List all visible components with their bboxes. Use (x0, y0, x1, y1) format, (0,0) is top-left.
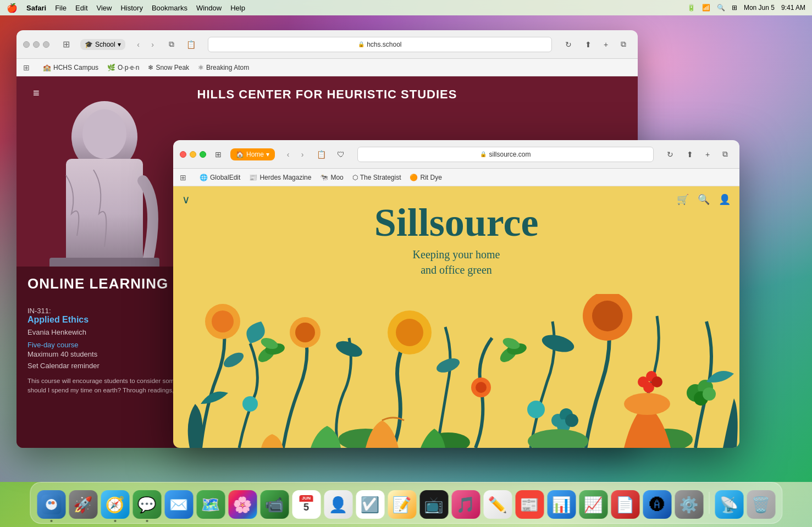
bookmark-moo[interactable]: 🐄 Moo (320, 174, 343, 181)
dock-trash[interactable]: 🗑️ (747, 490, 775, 519)
sillsource-chevron-icon[interactable]: ∨ (182, 193, 190, 206)
dock-maps[interactable]: 🗺️ (196, 490, 225, 519)
bookmark-icon-breaking-atom: ⚛ (198, 64, 204, 71)
minimize-button-sillsource[interactable] (190, 151, 196, 158)
dock-facetime[interactable]: 📹 (260, 490, 289, 519)
reader-icon-sillsource[interactable]: 📋 (313, 147, 329, 162)
address-bar-sillsource[interactable]: 🔒 sillsource.com (357, 147, 654, 162)
dock-pages[interactable]: 📄 (611, 490, 639, 519)
bookmark-herdes[interactable]: 📰 Herdes Magazine (249, 174, 311, 181)
apple-menu[interactable]: 🍎 (7, 3, 18, 13)
dock-airdrop[interactable]: 📡 (715, 490, 743, 519)
svg-point-41 (242, 396, 258, 412)
menu-history[interactable]: History (120, 4, 142, 12)
dock-news[interactable]: 📰 (515, 490, 544, 519)
dock-launchpad[interactable]: 🚀 (69, 490, 97, 519)
menu-edit[interactable]: Edit (75, 4, 87, 12)
dock-photos[interactable]: 🌸 (228, 490, 257, 519)
bookmark-ritdye[interactable]: 🟠 Rit Dye (410, 174, 441, 181)
svg-point-44 (46, 499, 57, 510)
menubar-right: 🔋 📶 🔍 ⊞ Mon Jun 5 9:41 AM (687, 4, 805, 12)
dock-system-settings[interactable]: ⚙️ (675, 490, 703, 519)
svg-point-29 (565, 414, 578, 427)
share-button-sillsource[interactable]: ⬆ (682, 147, 698, 162)
sillsource-title: Sillsource (374, 203, 539, 242)
reload-button-sillsource[interactable]: ↻ (662, 147, 678, 162)
dock-appstore[interactable]: 🅐 (643, 490, 671, 519)
lock-icon-sillsource: 🔒 (480, 151, 487, 157)
forward-button-sillsource[interactable]: › (296, 148, 309, 161)
search-menubar-icon[interactable]: 🔍 (717, 4, 725, 12)
search-icon[interactable]: 🔍 (698, 193, 710, 206)
tab-group-sillsource[interactable]: 🏠 Home ▾ (230, 148, 275, 160)
dock-calendar[interactable]: JUN 5 (292, 490, 321, 519)
hamburger-menu-icon[interactable]: ≡ (33, 87, 40, 98)
control-center-icon[interactable]: ⊞ (732, 4, 737, 12)
bookmarks-bar-hchs: ⊞ 🏫 HCHS Campus 🌿 O·p·e·n ❄ Snow Peak ⚛ … (16, 59, 638, 76)
svg-point-33 (703, 387, 716, 401)
dock-messages[interactable]: 💬 (132, 490, 161, 519)
tab-group-label-hchs: School (95, 41, 115, 48)
app-name[interactable]: Safari (26, 4, 46, 12)
sillsource-subtitle-line2: and office green (421, 264, 492, 276)
dock-mail[interactable]: ✉️ (164, 490, 193, 519)
share-sheet-hchs[interactable]: ⧉ (164, 37, 179, 52)
svg-point-11 (592, 301, 623, 331)
nav-arrows-sillsource: ‹ › (281, 148, 309, 161)
dock-freeform[interactable]: ✏️ (483, 490, 512, 519)
dock-numbers[interactable]: 📈 (579, 490, 607, 519)
reload-button-hchs[interactable]: ↻ (561, 37, 576, 52)
svg-rect-1 (66, 159, 143, 269)
dock-music[interactable]: 🎵 (451, 490, 480, 519)
minimize-button-hchs[interactable] (33, 41, 40, 48)
menu-window[interactable]: Window (196, 4, 222, 12)
dock-tv[interactable]: 📺 (419, 490, 448, 519)
chevron-down-icon-sillsource: ▾ (266, 151, 269, 158)
forward-button-hchs[interactable]: › (146, 38, 159, 51)
bookmark-snow-peak[interactable]: ❄ Snow Peak (148, 64, 189, 71)
time: 9:41 AM (781, 4, 805, 12)
back-button-sillsource[interactable]: ‹ (281, 148, 295, 161)
share-button-hchs[interactable]: ⬆ (581, 37, 596, 52)
battery-icon: 🔋 (687, 4, 695, 12)
url-hchs[interactable]: hchs.school (367, 41, 401, 48)
shield-icon-sillsource[interactable]: 🛡 (333, 147, 349, 162)
sidebar-toggle-hchs[interactable]: ⊞ (58, 37, 74, 52)
menu-file[interactable]: File (55, 4, 67, 12)
tab-overview-sillsource[interactable]: ⧉ (717, 147, 733, 162)
svg-point-7 (295, 323, 315, 342)
account-icon[interactable]: 👤 (719, 193, 731, 206)
bookmark-globaledit[interactable]: 🌐 GlobalEdit (200, 174, 240, 181)
svg-point-42 (527, 401, 545, 418)
traffic-lights-sillsource (180, 151, 206, 158)
reader-icon-hchs[interactable]: 📋 (184, 37, 199, 52)
bookmark-strategist[interactable]: ⬡ The Strategist (352, 174, 401, 181)
lock-icon-hchs: 🔒 (358, 41, 364, 47)
dock-keynote[interactable]: 📊 (547, 490, 576, 519)
menu-view[interactable]: View (97, 4, 112, 12)
new-tab-button-hchs[interactable]: + (598, 37, 614, 52)
dock-notes[interactable]: 📝 (388, 490, 416, 519)
tab-overview-hchs[interactable]: ⧉ (616, 37, 631, 52)
menu-help[interactable]: Help (230, 4, 245, 12)
back-button-hchs[interactable]: ‹ (132, 38, 145, 51)
bookmark-hchs-campus[interactable]: 🏫 HCHS Campus (43, 64, 98, 71)
address-bar-hchs[interactable]: 🔒 hchs.school (208, 37, 552, 52)
sidebar-toggle-sillsource[interactable]: ⊞ (211, 147, 226, 162)
fullscreen-button-sillsource[interactable] (200, 151, 206, 158)
bookmark-breaking-atom[interactable]: ⚛ Breaking Atom (198, 64, 249, 71)
dock-reminders[interactable]: ☑️ (356, 490, 384, 519)
cart-icon[interactable]: 🛒 (677, 193, 689, 206)
bookmark-open[interactable]: 🌿 O·p·e·n (107, 64, 139, 71)
menu-bookmarks[interactable]: Bookmarks (152, 4, 187, 12)
hchs-title: HILLS CENTER FOR HEURISTIC STUDIES (197, 87, 457, 102)
dock-contacts[interactable]: 👤 (324, 490, 352, 519)
new-tab-button-sillsource[interactable]: + (700, 147, 715, 162)
dock-safari[interactable]: 🧭 (101, 490, 129, 519)
close-button-hchs[interactable] (23, 41, 30, 48)
close-button-sillsource[interactable] (180, 151, 186, 158)
fullscreen-button-hchs[interactable] (43, 41, 49, 48)
dock-finder[interactable] (37, 490, 65, 519)
url-sillsource[interactable]: sillsource.com (489, 151, 531, 158)
tab-group-hchs[interactable]: 🎓 School ▾ (80, 39, 125, 50)
